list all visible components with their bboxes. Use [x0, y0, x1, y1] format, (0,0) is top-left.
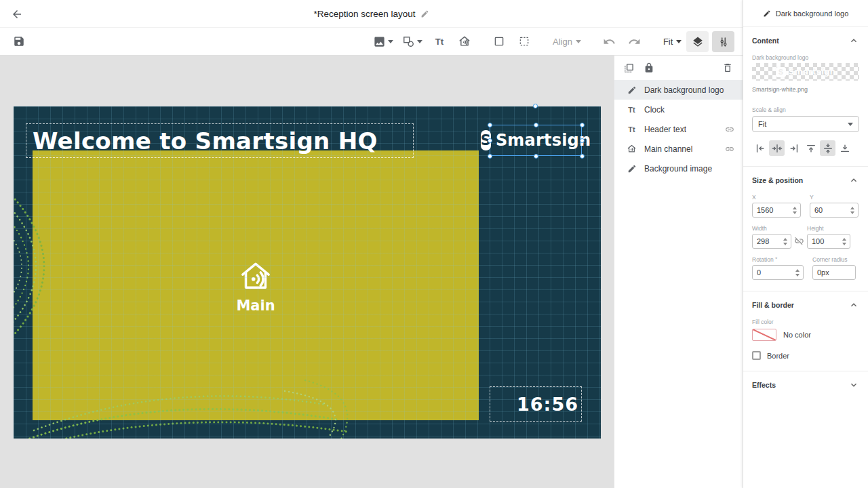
- y-input[interactable]: [810, 206, 849, 214]
- document-title-wrap: *Reception screen layout: [0, 0, 743, 28]
- fill-color-swatch[interactable]: [752, 329, 776, 341]
- zoom-fit-button[interactable]: Fit: [658, 30, 686, 53]
- no-color-label: No color: [783, 331, 811, 339]
- link-off-icon: [794, 236, 804, 246]
- align-left-button[interactable]: [752, 140, 768, 156]
- logo-element-selected[interactable]: S Smartsign: [490, 125, 582, 156]
- undo-button[interactable]: [599, 30, 620, 53]
- align-center-horizontal-button[interactable]: [769, 140, 785, 156]
- stepper-arrows[interactable]: [782, 238, 791, 245]
- insert-rectangle-button[interactable]: [488, 30, 510, 53]
- redo-icon: [628, 35, 641, 48]
- lock-icon: [644, 62, 654, 73]
- align-right-button[interactable]: [786, 140, 802, 156]
- properties-header: Dark background logo: [743, 0, 868, 27]
- page-title: *Reception screen layout: [313, 9, 415, 19]
- x-input[interactable]: [753, 206, 791, 214]
- shapes-icon: [402, 35, 415, 48]
- channel-icon: [626, 144, 637, 154]
- align-menu-button[interactable]: Align: [548, 30, 586, 53]
- redo-button[interactable]: [624, 30, 646, 53]
- image-preview-thumbnail[interactable]: S Smartsign: [752, 63, 859, 81]
- clock-text: 16:56: [517, 394, 578, 415]
- height-label: Height: [807, 225, 850, 232]
- lock-button[interactable]: [644, 62, 654, 73]
- stepper-arrows[interactable]: [849, 207, 858, 214]
- image-icon: [373, 35, 386, 48]
- section-fill-border-header[interactable]: Fill & border: [743, 291, 868, 319]
- layer-item-background-image[interactable]: Background image: [614, 159, 743, 178]
- header-text-element[interactable]: Welcome to Smartsign HQ: [26, 123, 414, 158]
- chevron-down-icon: [676, 40, 682, 43]
- insert-shape-button[interactable]: [399, 30, 425, 53]
- stepper-arrows[interactable]: [794, 269, 803, 277]
- section-content-header[interactable]: Content: [743, 27, 868, 54]
- resize-handle[interactable]: [534, 154, 538, 159]
- delete-button[interactable]: [722, 62, 733, 73]
- top-bar: *Reception screen layout: [0, 0, 743, 28]
- text-icon: Tt: [626, 125, 637, 134]
- corner-radius-label: Corner radius: [812, 256, 856, 263]
- section-title: Content: [752, 37, 779, 45]
- layer-item-dark-background-logo[interactable]: Dark background logo: [614, 80, 743, 100]
- stepper-arrows[interactable]: [791, 207, 800, 214]
- layer-item-header-text[interactable]: Tt Header text: [614, 119, 743, 139]
- corner-radius-input[interactable]: [813, 268, 855, 277]
- link-icon[interactable]: [725, 144, 734, 154]
- flip-to-front-icon: [623, 62, 635, 74]
- group-button[interactable]: [623, 62, 635, 74]
- rotation-handle[interactable]: [533, 104, 538, 108]
- height-input[interactable]: [808, 237, 841, 245]
- layers-panel-toggle[interactable]: [686, 31, 709, 52]
- link-icon[interactable]: [725, 125, 734, 134]
- resize-handle[interactable]: [488, 123, 492, 127]
- layer-label: Main channel: [644, 144, 692, 154]
- design-canvas[interactable]: Main Welcome to Smartsign HQ S Smartsign: [14, 106, 601, 439]
- link-dimensions-toggle[interactable]: [794, 236, 804, 246]
- resize-handle[interactable]: [488, 138, 492, 143]
- corner-radius-input-wrap: [812, 265, 856, 280]
- editor-toolbar: Tt Align Fit: [0, 28, 743, 56]
- section-effects-header[interactable]: Effects: [743, 371, 868, 399]
- chevron-down-icon: [576, 40, 581, 43]
- layer-item-main-channel[interactable]: Main channel: [614, 139, 743, 159]
- section-title: Fill & border: [752, 301, 794, 309]
- header-text: Welcome to Smartsign HQ: [33, 127, 378, 155]
- height-input-wrap: [807, 234, 850, 249]
- resize-handle[interactable]: [534, 123, 538, 127]
- insert-text-button[interactable]: Tt: [429, 30, 450, 53]
- layer-label: Dark background logo: [644, 85, 724, 95]
- width-input-wrap: [752, 234, 791, 249]
- properties-panel-toggle[interactable]: [712, 31, 734, 52]
- resize-handle[interactable]: [580, 123, 585, 127]
- save-button[interactable]: [8, 30, 30, 53]
- insert-image-button[interactable]: [370, 30, 396, 53]
- align-top-button[interactable]: [803, 140, 818, 156]
- chevron-down-icon: [417, 40, 422, 43]
- rotation-label: Rotation °: [752, 256, 804, 263]
- properties-title: Dark background logo: [776, 9, 849, 18]
- rotation-input[interactable]: [753, 268, 794, 277]
- scale-mode-select[interactable]: Fit: [752, 116, 859, 132]
- resize-handle[interactable]: [488, 154, 492, 159]
- align-middle-vertical-button[interactable]: [820, 140, 835, 156]
- layer-item-clock[interactable]: Tt Clock: [614, 100, 743, 119]
- canvas-workspace[interactable]: Main Welcome to Smartsign HQ S Smartsign: [0, 56, 614, 488]
- resize-handle[interactable]: [580, 154, 585, 159]
- insert-placeholder-button[interactable]: [513, 30, 535, 53]
- pencil-icon: [763, 9, 771, 18]
- insert-channel-button[interactable]: [454, 30, 475, 53]
- main-channel-block[interactable]: Main: [33, 150, 479, 420]
- layer-label: Background image: [644, 164, 712, 174]
- border-checkbox[interactable]: [752, 351, 761, 360]
- clock-element[interactable]: 16:56: [490, 386, 582, 422]
- resize-handle[interactable]: [580, 138, 585, 143]
- smartsign-logo-mark: S: [776, 67, 786, 77]
- text-icon: Tt: [626, 106, 637, 114]
- align-bottom-button[interactable]: [837, 140, 852, 156]
- width-input[interactable]: [753, 237, 782, 245]
- edit-title-icon[interactable]: [420, 9, 429, 18]
- preview-label: Dark background logo: [743, 54, 868, 61]
- stepper-arrows[interactable]: [841, 238, 850, 245]
- section-size-position-header[interactable]: Size & position: [743, 167, 868, 194]
